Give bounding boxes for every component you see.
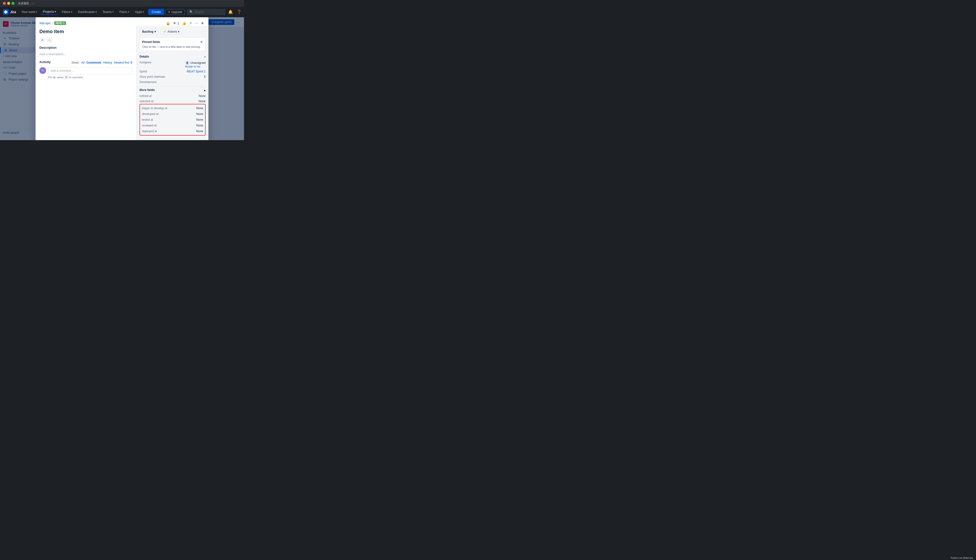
comment-tip: Pro tip: press M to comment xyxy=(48,76,132,79)
add-epic-link[interactable]: Add epic xyxy=(39,22,51,25)
selected-at-value[interactable]: None xyxy=(199,100,206,103)
details-header[interactable]: Details ▴ xyxy=(140,53,206,60)
modal-body: Demo Item + ⋯ Description Add a descript… xyxy=(35,26,209,140)
more-actions-button[interactable]: ⋯ xyxy=(47,37,52,43)
refined-at-value[interactable]: None xyxy=(199,94,206,98)
nav-plans[interactable]: Plans ▾ xyxy=(117,9,132,15)
lock-icon[interactable]: 🔒 xyxy=(165,21,171,26)
nav-teams[interactable]: Teams ▾ xyxy=(100,9,116,15)
comment-row: YL Add a comment... xyxy=(39,67,132,74)
nav-filters[interactable]: Filters ▾ xyxy=(59,9,74,15)
title-bar: 私密瀏覽 ‹ › xyxy=(0,0,244,7)
traffic-lights xyxy=(3,2,14,5)
chevron-down-icon: ▾ xyxy=(71,10,72,13)
modal-left: Demo Item + ⋯ Description Add a descript… xyxy=(35,26,136,140)
show-comments-link[interactable]: Comments xyxy=(87,61,101,64)
add-child-button[interactable]: + xyxy=(39,37,45,43)
deployed-at-value[interactable]: None xyxy=(196,130,203,133)
status-actions-row: Backlog ▾ ⚡ Actions ▾ xyxy=(140,29,206,35)
modal-header-actions: 🔒 👁 1 👍 ↗ ⋯ ✕ xyxy=(165,21,205,26)
pinned-close-button[interactable]: ✕ xyxy=(200,40,203,44)
modal-right-panel: Backlog ▾ ⚡ Actions ▾ Pinned fields xyxy=(136,26,209,140)
modal-title[interactable]: Demo Item xyxy=(39,28,132,35)
sprint-value[interactable]: IM24T Sprint 1 xyxy=(187,70,206,73)
chevron-down-icon: ▾ xyxy=(154,30,156,33)
upgrade-icon: ✦ xyxy=(168,10,170,14)
lightning-icon: ⚡ xyxy=(163,30,167,33)
show-history-link[interactable]: History xyxy=(103,61,112,64)
modal-breadcrumb: Add epic / IM24T-1 xyxy=(39,22,66,25)
details-section: Details ▴ Assignee 👤 Unassigned Assign t… xyxy=(140,53,206,85)
search-icon: 🔍 xyxy=(189,10,193,14)
search-bar[interactable]: 🔍 Search xyxy=(187,9,225,15)
story-points-value[interactable]: 5 xyxy=(204,75,206,78)
deployed-at-field: deployed at None xyxy=(140,128,205,134)
modal-action-row: + ⋯ xyxy=(39,37,132,43)
comment-input[interactable]: Add a comment... xyxy=(48,67,132,74)
modal-overlay[interactable]: Add epic / IM24T-1 🔒 👁 1 👍 ↗ ⋯ ✕ Demo It xyxy=(0,17,244,140)
highlighted-fields-box: began to develop at None developed at No… xyxy=(140,104,206,135)
tested-at-field: tested at None xyxy=(140,117,205,123)
back-icon[interactable]: ‹ xyxy=(32,2,33,5)
selected-at-field: selected at None xyxy=(140,98,206,104)
pinned-fields-desc: Click on the ☆ next to a field label to … xyxy=(142,45,203,48)
more-fields-header[interactable]: More fields ▴ xyxy=(140,87,206,93)
sprint-field: Sprint IM24T Sprint 1 xyxy=(140,69,206,74)
newest-first-sort[interactable]: Newest first ⇅ xyxy=(114,61,132,64)
pinned-fields-section: Pinned fields ✕ Click on the ☆ next to a… xyxy=(140,37,206,51)
issue-key-badge[interactable]: IM24T-1 xyxy=(54,22,66,25)
reviewed-at-value[interactable]: None xyxy=(196,124,203,127)
developed-at-value[interactable]: None xyxy=(196,112,203,116)
user-comment-avatar: YL xyxy=(39,67,46,74)
nav-your-work[interactable]: Your work ▾ xyxy=(19,9,39,15)
like-icon[interactable]: 👍 xyxy=(181,21,187,26)
show-all-link[interactable]: All xyxy=(82,61,85,64)
chevron-down-icon: ▾ xyxy=(112,10,114,13)
activity-header: Activity Show: All Comments History Newe… xyxy=(39,60,132,65)
upgrade-button[interactable]: ✦ Upgrade xyxy=(165,9,185,15)
nav-projects[interactable]: Projects ▾ xyxy=(40,9,58,15)
main-area: iT iThome Ironman 2024 ... Software proj… xyxy=(0,17,244,140)
pinned-fields-title: Pinned fields xyxy=(142,40,160,44)
close-icon[interactable]: ✕ xyxy=(200,21,205,26)
pinned-fields-header: Pinned fields ✕ xyxy=(142,40,203,44)
help-icon[interactable]: ❓ xyxy=(236,8,242,15)
actions-button[interactable]: ⚡ Actions ▾ xyxy=(160,29,182,35)
nav-apps[interactable]: Apps ▾ xyxy=(132,9,147,15)
issue-modal: Add epic / IM24T-1 🔒 👁 1 👍 ↗ ⋯ ✕ Demo It xyxy=(35,17,209,140)
maximize-button[interactable] xyxy=(12,2,14,5)
create-button[interactable]: Create xyxy=(148,9,164,15)
developed-at-field: developed at None xyxy=(140,111,205,117)
sort-icon: ⇅ xyxy=(130,61,132,64)
chevron-down-icon: ▾ xyxy=(128,10,129,13)
chevron-down-icon: ▾ xyxy=(55,10,56,13)
description-input[interactable]: Add a description... xyxy=(39,51,132,57)
refined-at-field: refined at None xyxy=(140,93,206,98)
more-fields-section: More fields ▴ refined at None selected a… xyxy=(140,87,206,135)
chevron-down-icon: ▾ xyxy=(143,10,144,13)
window-title: 私密瀏覽 xyxy=(18,2,29,5)
watch-icon[interactable]: 👁 1 xyxy=(172,21,180,26)
chevron-down-icon: ▾ xyxy=(178,30,179,33)
tested-at-value[interactable]: None xyxy=(196,118,203,122)
modal-header: Add epic / IM24T-1 🔒 👁 1 👍 ↗ ⋯ ✕ xyxy=(35,17,209,26)
jira-logo[interactable]: Jira xyxy=(3,9,16,15)
more-options-icon[interactable]: ⋯ xyxy=(194,21,199,26)
status-button[interactable]: Backlog ▾ xyxy=(140,29,159,35)
close-button[interactable] xyxy=(3,2,6,5)
began-to-develop-value[interactable]: None xyxy=(196,107,203,110)
minimize-button[interactable] xyxy=(7,2,10,5)
nav-back-forward[interactable]: ‹ › xyxy=(32,2,35,5)
assignee-value: 👤 Unassigned xyxy=(185,61,206,65)
reviewed-at-field: reviewed at None xyxy=(140,123,205,128)
breadcrumb-separator: / xyxy=(52,22,53,25)
nav-dashboards[interactable]: Dashboards ▾ xyxy=(76,9,99,15)
description-section-title: Description xyxy=(39,46,132,50)
notifications-icon[interactable]: 🔔 xyxy=(227,8,234,15)
details-chevron-icon: ▴ xyxy=(204,55,206,58)
forward-icon[interactable]: › xyxy=(33,2,35,5)
share-icon[interactable]: ↗ xyxy=(188,21,192,26)
assign-to-me-link[interactable]: Assign to me xyxy=(185,65,201,68)
keyboard-shortcut: M xyxy=(64,76,68,79)
more-fields-chevron-icon: ▴ xyxy=(204,88,206,92)
